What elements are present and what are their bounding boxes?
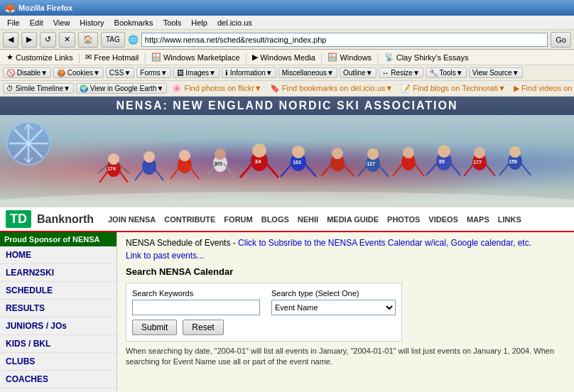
- sidebar-item-paralympics[interactable]: PARALYMPICS: [0, 388, 117, 392]
- search-hint: When searching by date, "2004-01" will l…: [126, 346, 565, 368]
- svg-line-42: [426, 161, 439, 175]
- snowflake-logo: [6, 121, 52, 167]
- toolbar-simile[interactable]: ⏱ Simile Timeline▼: [3, 83, 74, 94]
- go-button[interactable]: Go: [551, 32, 571, 48]
- tag-button[interactable]: TAG: [101, 32, 125, 48]
- svg-text:177: 177: [473, 160, 482, 165]
- svg-line-51: [519, 161, 531, 175]
- sidebar-item-clubs[interactable]: CLUBS: [0, 353, 117, 371]
- toolbar-googleearth[interactable]: 🌍 View in Google Earth▼: [76, 83, 167, 94]
- svg-line-23: [264, 161, 278, 178]
- toolbar-tools[interactable]: 🔧 Tools▼: [426, 67, 467, 78]
- nav-links: JOIN NENSA CONTRIBUTE FORUM BLOGS NEHII …: [108, 215, 521, 224]
- main-content: Proud Sponsor of NENSA HOME LEARN2SKI SC…: [0, 232, 574, 392]
- toolbar-images[interactable]: 🖼 Images▼: [173, 67, 220, 78]
- home-button[interactable]: 🏠: [78, 32, 98, 48]
- menu-tools[interactable]: Tools: [159, 17, 186, 28]
- hero-image: 174 305 34 163 127 85 177 156: [0, 115, 574, 207]
- rss-icon: 📡: [384, 53, 394, 62]
- stop-button[interactable]: ✕: [59, 32, 75, 48]
- search-row: Search Keywords Search type (Select One)…: [132, 289, 396, 315]
- menu-delicious[interactable]: del.icio.us: [213, 17, 256, 28]
- toolbar-disable[interactable]: 🚫 Disable▼: [3, 67, 51, 78]
- title-bar: 🦊 Mozilla Firefox: [0, 0, 574, 16]
- bookmark-shirky[interactable]: 📡 Clay Shirky's Essays: [381, 52, 472, 62]
- bookmark-windows[interactable]: 🪟 Windows: [324, 52, 375, 62]
- menu-bookmarks[interactable]: Bookmarks: [110, 17, 158, 28]
- svg-line-26: [281, 162, 293, 177]
- search-heading: Search NENSA Calendar: [126, 266, 565, 277]
- bookmark-hotmail[interactable]: ✉ Free Hotmail: [82, 52, 142, 62]
- toolbar-cookies[interactable]: 🍪 Cookies▼: [53, 67, 104, 78]
- reset-button[interactable]: Reset: [183, 320, 223, 335]
- toolbar-flickr[interactable]: 🌸 Find photos on flickr▼: [169, 83, 264, 94]
- svg-point-33: [367, 148, 379, 160]
- svg-line-39: [413, 162, 424, 176]
- bank-name: Banknorth: [37, 213, 94, 226]
- menu-file[interactable]: File: [3, 17, 24, 28]
- sidebar-item-juniors[interactable]: JUNIORS / JOs: [0, 317, 117, 335]
- sidebar-item-learn2ski[interactable]: LEARN2SKI: [0, 264, 117, 282]
- separator2: |: [144, 52, 146, 63]
- td-logo: TD: [6, 210, 31, 228]
- svg-line-47: [484, 162, 495, 176]
- svg-line-27: [303, 162, 316, 177]
- svg-line-11: [153, 166, 163, 180]
- toolbar-forms[interactable]: Forms▼: [136, 67, 170, 78]
- nav-photos[interactable]: PHOTOS: [387, 215, 420, 224]
- toolbar-youtube[interactable]: ▶ Find videos on YouTube▼: [511, 83, 574, 94]
- refresh-button[interactable]: ↺: [40, 32, 56, 48]
- toolbar-outline[interactable]: Outline▼: [340, 67, 377, 78]
- submit-button[interactable]: Submit: [132, 320, 177, 335]
- bookmark-media[interactable]: ▶ Windows Media: [249, 52, 319, 62]
- bookmark-customize[interactable]: ★ Customize Links: [3, 52, 77, 62]
- toolbar-css[interactable]: CSS▼: [106, 67, 134, 78]
- nav-mediaguide[interactable]: MEDIA GUIDE: [327, 215, 379, 224]
- search-type-select[interactable]: Event NameDateLocationClub: [271, 300, 396, 315]
- nav-contribute[interactable]: CONTRIBUTE: [164, 215, 215, 224]
- toolbar-technorati[interactable]: 📝 Find blogs on Technorati▼: [398, 83, 509, 94]
- sidebar-item-kids[interactable]: KIDS / BKL: [0, 335, 117, 353]
- menu-view[interactable]: View: [49, 17, 75, 28]
- svg-text:127: 127: [367, 161, 375, 166]
- submit-row: Submit Reset: [132, 320, 396, 335]
- sponsor-banner: Proud Sponsor of NENSA: [0, 232, 117, 246]
- toolbar-resize[interactable]: ↔ Resize▼: [379, 67, 423, 78]
- sidebar-item-schedule[interactable]: SCHEDULE: [0, 282, 117, 300]
- nensa-header: NENSA: NEW ENGLAND NORDIC SKI ASSOCIATIO…: [0, 97, 574, 115]
- svg-text:163: 163: [293, 160, 301, 165]
- svg-point-1: [0, 192, 574, 207]
- toolbar-viewsource[interactable]: View Source▼: [469, 67, 523, 78]
- nav-videos[interactable]: VIDEOS: [428, 215, 458, 224]
- menu-history[interactable]: History: [75, 17, 108, 28]
- forward-button[interactable]: ▶: [21, 32, 37, 48]
- menu-help[interactable]: Help: [187, 17, 212, 28]
- svg-point-49: [509, 146, 521, 158]
- address-input[interactable]: [141, 33, 548, 47]
- svg-text:85: 85: [439, 159, 445, 164]
- bookmarks-bar: ★ Customize Links | ✉ Free Hotmail | 🪟 W…: [0, 50, 574, 65]
- back-button[interactable]: ◀: [3, 32, 18, 48]
- past-events-link[interactable]: Link to past events...: [126, 251, 565, 261]
- events-title: NENSA Schedule of Events - Click to Subs…: [126, 238, 565, 248]
- toolbar-delicious[interactable]: 🔖 Find bookmarks on del.icio.us▼: [267, 83, 396, 94]
- menu-edit[interactable]: Edit: [26, 17, 48, 28]
- address-bar: ◀ ▶ ↺ ✕ 🏠 TAG 🌐 Go: [0, 30, 574, 50]
- nav-nehii[interactable]: NEHII: [298, 215, 318, 224]
- nav-blogs[interactable]: BLOGS: [261, 215, 289, 224]
- events-subscribe-link[interactable]: Click to Subsribe to the NENSA Events Ca…: [238, 238, 531, 248]
- sidebar-item-home[interactable]: HOME: [0, 246, 117, 264]
- sidebar-item-coaches[interactable]: COACHES: [0, 371, 117, 388]
- nav-join[interactable]: JOIN NENSA: [108, 215, 156, 224]
- toolbar-misc[interactable]: Miscellaneous▼: [278, 67, 337, 78]
- nav-forum[interactable]: FORUM: [224, 215, 252, 224]
- sidebar-item-results[interactable]: RESULTS: [0, 300, 117, 317]
- svg-line-31: [342, 163, 354, 176]
- window-title: Mozilla Firefox: [18, 4, 72, 12]
- nav-maps[interactable]: MAPS: [467, 215, 489, 224]
- keywords-input[interactable]: [132, 300, 260, 315]
- svg-point-29: [332, 148, 343, 159]
- toolbar-information[interactable]: ℹ Information▼: [222, 67, 276, 78]
- nav-links[interactable]: LINKS: [498, 215, 521, 224]
- bookmark-marketplace[interactable]: 🪟 Windows Marketplace: [148, 52, 244, 62]
